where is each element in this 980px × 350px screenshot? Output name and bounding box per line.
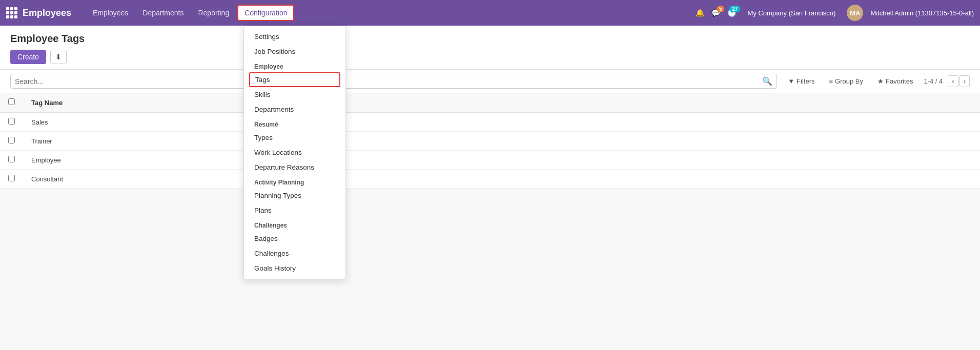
company-name: My Company (San Francisco) [747, 9, 835, 17]
configuration-dropdown: SettingsJob PositionsEmployeeTagsSkillsD… [243, 26, 346, 189]
pagination-info: 1-4 / 4 [924, 77, 943, 85]
dropdown-item-departure_reasons[interactable]: Departure Reasons [244, 160, 345, 175]
bell-icon: 🔔 [696, 9, 704, 17]
filter-icon: ▼ [788, 77, 794, 85]
table-row[interactable]: Sales [0, 112, 980, 132]
row-checkbox-cell [0, 112, 23, 132]
dropdown-section-activity_planning_section: Activity Planning [244, 175, 345, 188]
tag-name-cell: Trainer [23, 132, 980, 151]
table-container: Tag Name Sales Trainer Employee Consulta… [0, 93, 980, 189]
table-row[interactable]: Employee [0, 151, 980, 170]
table-row[interactable]: Consultant [0, 170, 980, 189]
row-checkbox[interactable] [8, 118, 15, 125]
search-bar[interactable]: 🔍 [10, 74, 777, 89]
favorites-button[interactable]: ★ Favorites [872, 75, 918, 88]
tag-name-header: Tag Name [23, 93, 980, 112]
employee-tags-table: Tag Name Sales Trainer Employee Consulta… [0, 93, 980, 189]
toolbar-filters: ▼ Filters ≡ Group By ★ Favorites [782, 75, 918, 88]
page-header: Employee Tags Create ⬇ [0, 26, 980, 70]
list-icon: ≡ [829, 77, 833, 85]
search-icon[interactable]: 🔍 [762, 76, 772, 86]
group-by-button[interactable]: ≡ Group By [823, 75, 869, 88]
messages-badge: 5 [717, 6, 725, 12]
dropdown-item-types[interactable]: Types [244, 130, 345, 145]
nav-link-configuration[interactable]: Configuration [237, 5, 294, 21]
page-actions: Create ⬇ [10, 50, 970, 64]
nav-right: 🔔 💬 5 🕐 27 My Company (San Francisco) MA… [696, 5, 974, 21]
search-input[interactable] [15, 77, 762, 86]
dropdown-item-work_locations[interactable]: Work Locations [244, 145, 345, 160]
nav-link-reporting[interactable]: Reporting [192, 6, 235, 20]
table-row[interactable]: Trainer [0, 132, 980, 151]
nav-link-departments[interactable]: Departments [136, 6, 190, 20]
download-icon: ⬇ [55, 53, 62, 61]
top-nav: Employees Employees Departments Reportin… [0, 0, 980, 26]
user-name: Mitchell Admin (11307135-15-0-all) [870, 9, 974, 17]
dropdown-item-departments[interactable]: Departments [244, 102, 345, 117]
tag-name-cell: Consultant [23, 170, 980, 189]
activity-badge: 27 [729, 6, 740, 12]
filters-button[interactable]: ▼ Filters [782, 75, 820, 88]
dropdown-item-job_positions[interactable]: Job Positions [244, 44, 345, 59]
next-page-button[interactable]: › [959, 75, 970, 87]
nav-links: Employees Departments Reporting Configur… [87, 5, 696, 21]
avatar-initials: MA [850, 9, 860, 17]
avatar[interactable]: MA [847, 5, 863, 21]
row-checkbox-cell [0, 170, 23, 189]
page-title: Employee Tags [10, 33, 970, 45]
tag-name-cell: Sales [23, 112, 980, 132]
activity-button[interactable]: 🕐 27 [727, 9, 736, 17]
dropdown-item-tags[interactable]: Tags [249, 72, 340, 87]
table-header-row: Tag Name [0, 93, 980, 112]
select-all-checkbox[interactable] [8, 98, 15, 105]
toolbar: 🔍 ▼ Filters ≡ Group By ★ Favorites 1-4 /… [0, 70, 980, 93]
tag-name-cell: Employee [23, 151, 980, 170]
dropdown-item-skills[interactable]: Skills [244, 87, 345, 102]
nav-link-employees[interactable]: Employees [87, 6, 134, 20]
dropdown-section-resume_section: Resumé [244, 117, 345, 130]
dropdown-item-settings[interactable]: Settings [244, 29, 345, 44]
dropdown-item-planning_types[interactable]: Planning Types [244, 188, 345, 189]
favorites-label: Favorites [886, 77, 913, 85]
group-by-label: Group By [835, 77, 863, 85]
messages-button[interactable]: 💬 5 [711, 9, 720, 17]
pagination-buttons: ‹ › [948, 75, 970, 87]
dropdown-section-employee_section: Employee [244, 59, 345, 72]
select-all-header [0, 93, 23, 112]
star-icon: ★ [877, 77, 884, 85]
prev-page-button[interactable]: ‹ [948, 75, 958, 87]
app-title[interactable]: Employees [23, 8, 71, 18]
row-checkbox[interactable] [8, 137, 15, 143]
row-checkbox-cell [0, 132, 23, 151]
row-checkbox[interactable] [8, 156, 15, 162]
filters-label: Filters [797, 77, 814, 85]
row-checkbox-cell [0, 151, 23, 170]
download-button[interactable]: ⬇ [50, 50, 67, 64]
app-grid-icon[interactable] [6, 7, 17, 18]
create-button[interactable]: Create [10, 50, 46, 64]
row-checkbox[interactable] [8, 175, 15, 181]
bell-button[interactable]: 🔔 [696, 9, 704, 17]
